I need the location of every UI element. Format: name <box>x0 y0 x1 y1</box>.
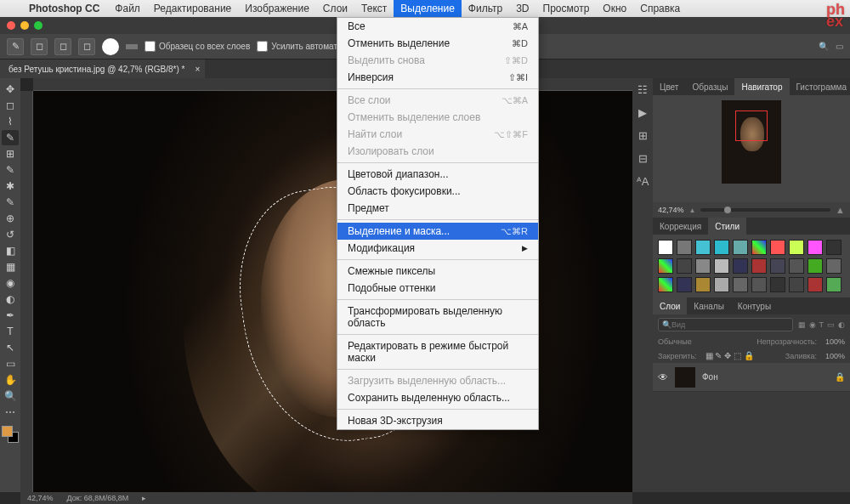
crop-tool[interactable]: ⊞ <box>2 146 19 161</box>
style-swatch[interactable] <box>677 277 692 292</box>
eraser-tool[interactable]: ◧ <box>2 243 19 258</box>
brush-panel-icon[interactable]: ⊞ <box>638 129 648 142</box>
tool-preset-icon[interactable]: ✎ <box>7 38 24 55</box>
navigator-thumbnail[interactable] <box>722 100 781 184</box>
menu-item[interactable]: Подобные оттенки <box>337 280 538 297</box>
eyedropper-tool[interactable]: ✎ <box>2 162 19 178</box>
traffic-close-icon[interactable] <box>7 21 15 30</box>
style-swatch[interactable] <box>677 258 692 274</box>
adjust-icon[interactable]: ☷ <box>638 83 648 96</box>
panel-tab[interactable]: Стили <box>708 218 746 235</box>
style-swatch[interactable] <box>677 240 692 255</box>
style-swatch[interactable] <box>808 258 823 274</box>
style-swatch[interactable] <box>695 277 711 292</box>
zoom-in-icon[interactable]: ▲ <box>836 205 845 215</box>
menu-item[interactable]: Трансформировать выделенную область <box>337 303 538 331</box>
para-panel-icon[interactable]: ⊟ <box>638 152 648 165</box>
status-doc-size[interactable]: Док: 68,8M/68,8M <box>67 494 129 502</box>
style-swatch[interactable] <box>789 258 804 274</box>
move-tool[interactable]: ✥ <box>2 82 19 97</box>
menu-файл[interactable]: Файл <box>108 0 147 17</box>
close-tab-icon[interactable]: × <box>196 65 201 74</box>
layer-name[interactable]: Фон <box>702 372 718 382</box>
panel-tab[interactable]: Образцы <box>685 78 734 95</box>
layer-filter-icons[interactable]: ▦◉T▭◐ <box>798 320 846 329</box>
menu-item[interactable]: Сохранить выделенную область... <box>337 389 538 406</box>
menu-item[interactable]: Цветовой диапазон... <box>337 166 538 183</box>
style-swatch[interactable] <box>714 277 729 292</box>
menu-item[interactable]: Редактировать в режиме быстрой маски <box>337 337 538 366</box>
menu-item[interactable]: Все⌘A <box>337 18 538 35</box>
style-swatch[interactable] <box>826 240 842 255</box>
style-swatch[interactable] <box>733 240 748 255</box>
style-swatch[interactable] <box>789 277 804 292</box>
brush-dropdown-icon[interactable] <box>126 44 138 49</box>
menu-item[interactable]: Инверсия⇧⌘I <box>337 69 538 86</box>
visibility-icon[interactable]: 👁 <box>658 371 668 383</box>
menu-item[interactable]: Смежные пикселы <box>337 263 538 280</box>
style-swatch[interactable] <box>695 240 711 255</box>
status-arrow-icon[interactable]: ▸ <box>142 494 146 502</box>
menu-item[interactable]: Выделение и маска...⌥⌘R <box>337 223 538 240</box>
style-swatch[interactable] <box>658 277 673 292</box>
shape-tool[interactable]: ▭ <box>2 356 19 371</box>
traffic-zoom-icon[interactable] <box>34 21 42 30</box>
traffic-minimize-icon[interactable] <box>20 21 29 30</box>
style-swatch[interactable] <box>658 258 673 274</box>
layer-thumbnail[interactable] <box>675 367 695 388</box>
style-swatch[interactable] <box>808 277 823 292</box>
menu-item[interactable]: Предмет <box>337 200 538 217</box>
menu-фильтр[interactable]: Фильтр <box>462 0 509 17</box>
dodge-tool[interactable]: ◐ <box>2 292 19 307</box>
blend-mode-select[interactable]: Обычные <box>658 337 692 346</box>
menu-справка[interactable]: Справка <box>633 0 687 17</box>
style-swatch[interactable] <box>658 240 673 255</box>
color-swatches[interactable] <box>2 426 19 443</box>
play-icon[interactable]: ▶ <box>638 106 647 119</box>
document-tab[interactable]: без Ретушь кристина.jpg @ 42,7% (RGB/8*)… <box>0 59 205 78</box>
hand-tool[interactable]: ✋ <box>2 372 19 388</box>
ruler-vertical[interactable] <box>20 91 33 492</box>
clone-tool[interactable]: ⊕ <box>2 211 19 226</box>
panel-tab[interactable]: Гистограмма <box>790 78 851 95</box>
panel-tab[interactable]: Навигатор <box>734 78 789 95</box>
blur-tool[interactable]: ◉ <box>2 275 19 291</box>
brush-tool[interactable]: ✎ <box>2 195 19 210</box>
quick-select-tool[interactable]: ✎ <box>2 130 19 145</box>
search-icon[interactable]: 🔍 <box>819 42 829 51</box>
style-swatch[interactable] <box>770 240 785 255</box>
path-select-tool[interactable]: ↖ <box>2 340 19 355</box>
marquee-tool[interactable]: ◻ <box>2 98 19 113</box>
mode-sub-icon[interactable]: ◻ <box>54 38 71 55</box>
healingbrush-tool[interactable]: ✱ <box>2 178 19 194</box>
layer-search-input[interactable]: 🔍 <box>658 318 793 331</box>
history-brush-tool[interactable]: ↺ <box>2 227 19 242</box>
style-swatch[interactable] <box>751 258 767 274</box>
style-swatch[interactable] <box>770 258 785 274</box>
type-tool[interactable]: T <box>2 324 19 339</box>
zoom-tool[interactable]: 🔍 <box>2 388 19 404</box>
layer-row[interactable]: 👁 Фон 🔒 <box>653 363 850 392</box>
opacity-value[interactable]: 100% <box>825 337 845 346</box>
panel-tab[interactable]: Коррекция <box>653 218 708 235</box>
navigator-viewport-box[interactable] <box>735 110 768 141</box>
style-swatch[interactable] <box>733 258 748 274</box>
menu-слои[interactable]: Слои <box>316 0 354 17</box>
navigator-zoom-value[interactable]: 42,74% <box>658 206 684 214</box>
lock-icons[interactable]: ▦ ✎ ✥ ⬚ 🔒 <box>706 351 754 360</box>
menu-item[interactable]: Новая 3D-экструзия <box>337 412 538 429</box>
style-swatch[interactable] <box>751 277 767 292</box>
ruler-horizontal[interactable] <box>33 78 632 91</box>
menu-3d[interactable]: 3D <box>509 0 536 17</box>
mode-int-icon[interactable]: ◻ <box>78 38 95 55</box>
menu-текст[interactable]: Текст <box>354 0 394 17</box>
style-swatch[interactable] <box>808 240 823 255</box>
zoom-slider[interactable] <box>700 208 830 212</box>
style-swatch[interactable] <box>751 240 767 255</box>
menu-выделение[interactable]: Выделение <box>394 0 462 17</box>
menu-item[interactable]: Отменить выделение⌘D <box>337 35 538 52</box>
workspace-icon[interactable]: ▭ <box>836 42 843 51</box>
mode-add-icon[interactable]: ◻ <box>31 38 48 55</box>
menu-просмотр[interactable]: Просмотр <box>536 0 597 17</box>
style-swatch[interactable] <box>714 240 729 255</box>
